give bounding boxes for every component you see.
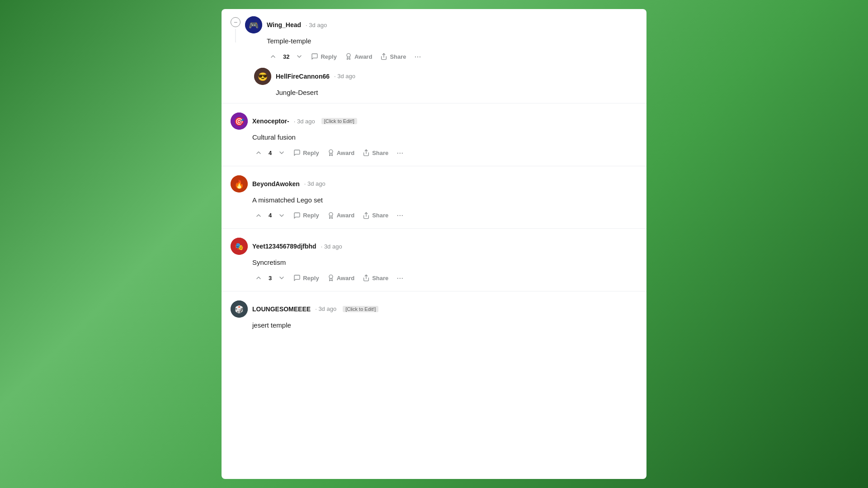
timestamp: · 3d ago <box>321 243 342 250</box>
divider <box>222 291 646 291</box>
comment-header: 🎭 Yeet123456789djfbhd · 3d ago <box>231 238 637 255</box>
downvote-button[interactable] <box>275 272 288 283</box>
avatar: 🎭 <box>231 238 248 255</box>
downvote-button[interactable] <box>293 51 306 62</box>
reply-button[interactable]: Reply <box>291 272 321 283</box>
upvote-icon <box>255 149 262 156</box>
svg-text:🎯: 🎯 <box>234 117 245 127</box>
reply-username[interactable]: HellFireCannon66 <box>276 73 330 80</box>
award-icon <box>327 149 335 156</box>
divider <box>222 103 646 103</box>
reply-header: 😎 HellFireCannon66 · 3d ago <box>254 68 637 85</box>
comment-body: Cultural fusion <box>252 132 637 143</box>
reply-icon <box>293 149 301 156</box>
edit-badge[interactable]: [Click to Edit!] <box>321 118 357 124</box>
downvote-icon <box>278 274 285 282</box>
thread-line <box>235 29 236 42</box>
vote-count: 3 <box>268 275 273 282</box>
comment-body: A mismatched Lego set <box>252 195 637 206</box>
share-button[interactable]: Share <box>360 210 391 221</box>
more-button[interactable]: ··· <box>394 209 406 222</box>
comment-actions: 4 Reply Award <box>252 209 637 222</box>
avatar: 🔥 <box>231 175 248 192</box>
reply-button[interactable]: Reply <box>308 51 339 62</box>
upvote-icon <box>269 53 277 60</box>
downvote-icon <box>296 53 303 60</box>
award-button[interactable]: Award <box>325 210 358 221</box>
reply-button[interactable]: Reply <box>291 210 321 221</box>
upvote-icon <box>255 212 262 219</box>
downvote-button[interactable] <box>275 147 288 158</box>
svg-text:🎲: 🎲 <box>235 305 244 314</box>
reply-container: 😎 HellFireCannon66 · 3d ago Jungle-Deser… <box>245 68 637 98</box>
avatar: 🎮 <box>245 16 262 33</box>
award-button[interactable]: Award <box>325 147 358 158</box>
more-button[interactable]: ··· <box>394 272 406 285</box>
comment-beyond-awoken: 🔥 BeyondAwoken · 3d ago A mismatched Leg… <box>222 168 646 229</box>
upvote-button[interactable] <box>252 147 265 158</box>
reply-timestamp: · 3d ago <box>334 73 355 80</box>
svg-text:🎭: 🎭 <box>235 242 244 251</box>
comment-header: 🎮 Wing_Head · 3d ago <box>245 16 637 33</box>
comment-body: jesert temple <box>252 320 637 331</box>
award-icon <box>345 53 352 60</box>
comment-wing-head: − 🎮 Wing_Head · 3d ago Temple-temple <box>222 9 646 103</box>
username[interactable]: Xenoceptor- <box>252 117 289 125</box>
timestamp: · 3d ago <box>306 22 327 28</box>
comment-main-content: 🎲 LOUNGESOMEEEE · 3d ago [Click to Edit!… <box>231 300 637 334</box>
upvote-icon <box>255 274 262 282</box>
timestamp: · 3d ago <box>315 305 336 312</box>
username[interactable]: Yeet123456789djfbhd <box>252 243 316 250</box>
share-button[interactable]: Share <box>360 147 391 158</box>
comment-main-content: 🔥 BeyondAwoken · 3d ago A mismatched Leg… <box>231 175 637 227</box>
downvote-icon <box>278 212 285 219</box>
reply-icon <box>311 53 318 60</box>
award-button[interactable]: Award <box>342 51 375 62</box>
comment-yeet: 🎭 Yeet123456789djfbhd · 3d ago Syncretis… <box>222 230 646 291</box>
timestamp: · 3d ago <box>294 118 315 125</box>
divider <box>222 166 646 166</box>
username[interactable]: BeyondAwoken <box>252 180 300 188</box>
share-icon <box>363 149 370 156</box>
comment-header: 🎯 Xenoceptor- · 3d ago [Click to Edit!] <box>231 113 637 130</box>
upvote-button[interactable] <box>252 272 265 283</box>
upvote-button[interactable] <box>267 51 279 62</box>
more-button[interactable]: ··· <box>412 50 424 63</box>
edit-badge[interactable]: [Click to Edit!] <box>343 306 378 312</box>
reply-button[interactable]: Reply <box>291 147 321 158</box>
comment-xenoceptor: 🎯 Xenoceptor- · 3d ago [Click to Edit!] … <box>222 105 646 166</box>
avatar: 🎯 <box>231 113 248 130</box>
collapse-button[interactable]: − <box>231 17 241 27</box>
comment-header: 🔥 BeyondAwoken · 3d ago <box>231 175 637 192</box>
downvote-icon <box>278 149 285 156</box>
more-button[interactable]: ··· <box>394 146 406 160</box>
svg-text:🔥: 🔥 <box>234 179 245 189</box>
comment-body: Temple-temple <box>267 36 637 47</box>
share-button[interactable]: Share <box>377 51 409 62</box>
downvote-button[interactable] <box>275 210 288 221</box>
timestamp: · 3d ago <box>304 180 326 187</box>
comment-main-content: 🎮 Wing_Head · 3d ago Temple-temple 32 <box>245 16 637 101</box>
comment-body: Syncretism <box>252 258 637 268</box>
collapse-col: − <box>231 16 241 42</box>
comment-actions: 3 Reply Award <box>252 272 637 285</box>
comment-thread: − 🎮 Wing_Head · 3d ago Temple-temple <box>222 9 646 479</box>
reply-body: Jungle-Desert <box>276 88 637 98</box>
share-icon <box>363 274 370 282</box>
comment-main-content: 🎭 Yeet123456789djfbhd · 3d ago Syncretis… <box>231 238 637 289</box>
award-button[interactable]: Award <box>325 272 358 283</box>
share-icon <box>380 53 387 60</box>
username[interactable]: LOUNGESOMEEEE <box>252 305 311 313</box>
comment-actions: 4 Reply Award <box>252 146 637 160</box>
comment-header: 🎲 LOUNGESOMEEEE · 3d ago [Click to Edit!… <box>231 300 637 318</box>
vote-count: 4 <box>268 212 273 219</box>
upvote-button[interactable] <box>252 210 265 221</box>
reply-icon <box>293 212 301 219</box>
comment-actions: 32 Reply Award <box>267 50 637 63</box>
comments-list: − 🎮 Wing_Head · 3d ago Temple-temple <box>222 9 646 334</box>
svg-text:🎮: 🎮 <box>249 20 259 30</box>
share-button[interactable]: Share <box>360 272 391 283</box>
comment-main-content: 🎯 Xenoceptor- · 3d ago [Click to Edit!] … <box>231 113 637 164</box>
username[interactable]: Wing_Head <box>267 21 301 28</box>
avatar: 🎲 <box>231 300 248 318</box>
